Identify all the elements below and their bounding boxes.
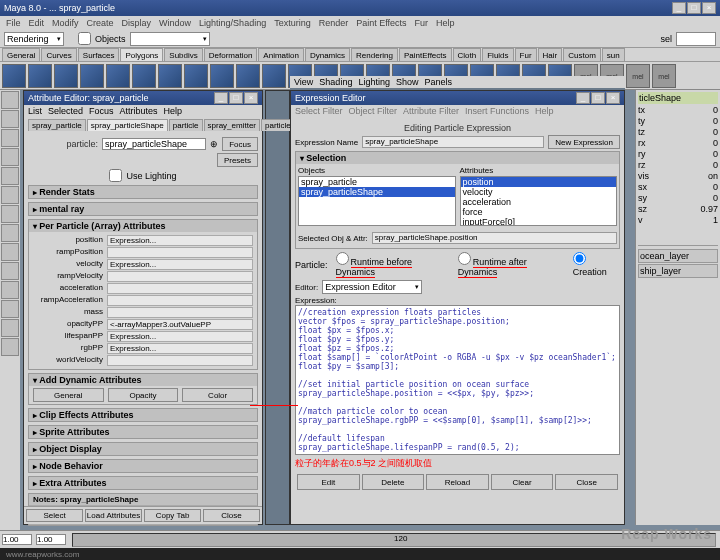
list-item[interactable]: velocity [461, 187, 617, 197]
particle-name-field[interactable]: spray_particleShape [102, 138, 206, 150]
ae-menu-list[interactable]: List [28, 106, 42, 116]
tool-button[interactable] [1, 91, 19, 109]
sel-obj-field[interactable]: spray_particleShape.position [372, 232, 617, 244]
section-extra-attrs[interactable]: ▸ Extra Attributes [29, 477, 257, 489]
section-clip-fx[interactable]: ▸ Clip Effects Attributes [29, 409, 257, 421]
channel-row[interactable]: ty0 [638, 116, 718, 126]
shelf-mel-icon[interactable]: mel [626, 64, 650, 88]
objects-list[interactable]: spray_particlespray_particleShape [298, 176, 456, 226]
pp-rampVelocity-field[interactable] [107, 271, 253, 282]
shelf-tab-surfaces[interactable]: Surfaces [78, 48, 120, 61]
shelf-tab-hair[interactable]: Hair [538, 48, 563, 61]
pp-rgbPP-field[interactable]: Expression... [107, 343, 253, 354]
shelf-icon[interactable] [54, 64, 78, 88]
ae-tab[interactable]: particle [169, 119, 203, 131]
vp-menu-lighting[interactable]: Lighting [358, 77, 390, 87]
channel-box[interactable]: ticleShape tx0ty0tz0rx0ry0rz0visonsx0sy0… [635, 90, 720, 525]
menu-render[interactable]: Render [319, 18, 349, 28]
ae-menu-help[interactable]: Help [164, 106, 183, 116]
shelf-tabs[interactable]: GeneralCurvesSurfacesPolygonsSubdivsDefo… [0, 48, 720, 62]
menu-help[interactable]: Help [436, 18, 455, 28]
objects-checkbox[interactable] [78, 32, 91, 45]
toolbox[interactable] [0, 90, 20, 530]
ee-close-button[interactable]: Close [555, 474, 618, 490]
shelf-tab-general[interactable]: General [2, 48, 40, 61]
pp-rampAcceleration-field[interactable] [107, 295, 253, 306]
tool-button[interactable] [1, 281, 19, 299]
channel-row[interactable]: tz0 [638, 127, 718, 137]
radio-runtime-before-dynamics[interactable]: Runtime before Dynamics [336, 252, 450, 277]
channel-row[interactable]: rz0 [638, 160, 718, 170]
pp-mass-field[interactable] [107, 307, 253, 318]
sel-field[interactable] [676, 32, 716, 46]
list-item[interactable]: position [461, 177, 617, 187]
section-object-display[interactable]: ▸ Object Display [29, 443, 257, 455]
vp-menu-view[interactable]: View [294, 77, 313, 87]
ae-tab[interactable]: spray_particle [28, 119, 86, 131]
focus-button[interactable]: Focus [222, 137, 258, 151]
ae-load-attributes-button[interactable]: Load Attributes [85, 509, 142, 522]
ee-max-button[interactable]: □ [591, 92, 605, 104]
list-item[interactable]: spray_particleShape [299, 187, 455, 197]
shelf-tab-fur[interactable]: Fur [515, 48, 537, 61]
tool-button[interactable] [1, 319, 19, 337]
ae-tabs[interactable]: spray_particlespray_particleShapeparticl… [24, 117, 262, 131]
ae-menu-focus[interactable]: Focus [89, 106, 114, 116]
list-item[interactable]: acceleration [461, 197, 617, 207]
editor-dropdown[interactable]: Expression Editor [322, 280, 422, 294]
shelf-tab-dynamics[interactable]: Dynamics [305, 48, 350, 61]
ee-clear-button[interactable]: Clear [491, 474, 554, 490]
expression-textarea[interactable]: //creation expression floats particles v… [295, 305, 620, 455]
add-dyn-general-button[interactable]: General [33, 388, 104, 402]
ae-max-button[interactable]: □ [229, 92, 243, 104]
vp-menu-panels[interactable]: Panels [424, 77, 452, 87]
main-menubar[interactable]: FileEditModifyCreateDisplayWindowLightin… [0, 16, 720, 30]
menu-display[interactable]: Display [122, 18, 152, 28]
menu-create[interactable]: Create [87, 18, 114, 28]
list-item[interactable]: inputForce[0] [461, 217, 617, 226]
section-add-dynamic[interactable]: ▾ Add Dynamic Attributes [29, 374, 257, 386]
radio-creation[interactable]: Creation [573, 252, 620, 277]
menu-texturing[interactable]: Texturing [274, 18, 311, 28]
vp-menu-shading[interactable]: Shading [319, 77, 352, 87]
add-dyn-opacity-button[interactable]: Opacity [108, 388, 179, 402]
shelf-tab-fluids[interactable]: Fluids [482, 48, 513, 61]
channel-row[interactable]: sy0 [638, 193, 718, 203]
ae-copy-tab-button[interactable]: Copy Tab [144, 509, 201, 522]
tool-button[interactable] [1, 338, 19, 356]
objects-dropdown[interactable] [130, 32, 210, 46]
shelf-icon[interactable] [158, 64, 182, 88]
menu-paint effects[interactable]: Paint Effects [356, 18, 406, 28]
ae-min-button[interactable]: _ [214, 92, 228, 104]
ae-close-button[interactable]: Close [203, 509, 260, 522]
use-lighting-checkbox[interactable] [109, 169, 122, 182]
channel-row[interactable]: v1 [638, 215, 718, 225]
tool-button[interactable] [1, 148, 19, 166]
channel-row[interactable]: ry0 [638, 149, 718, 159]
tool-button[interactable] [1, 129, 19, 147]
shelf-icon[interactable] [80, 64, 104, 88]
ae-tab[interactable]: spray_particleShape [87, 119, 168, 131]
ee-menubar[interactable]: Select FilterObject FilterAttribute Filt… [291, 105, 624, 117]
ee-edit-button[interactable]: Edit [297, 474, 360, 490]
pp-opacityPP-field[interactable]: <-arrayMapper3.outValuePP [107, 319, 253, 330]
shelf-icon[interactable] [2, 64, 26, 88]
ee-menu[interactable]: Help [535, 106, 554, 116]
tool-button[interactable] [1, 262, 19, 280]
attributes-list[interactable]: positionvelocityaccelerationforceinputFo… [460, 176, 618, 226]
channel-row[interactable]: sz0.97 [638, 204, 718, 214]
tool-button[interactable] [1, 224, 19, 242]
shelf-tab-sun[interactable]: sun [602, 48, 625, 61]
tool-button[interactable] [1, 110, 19, 128]
layer-item[interactable]: ship_layer [638, 264, 718, 278]
go-icon[interactable]: ⊕ [210, 139, 218, 149]
range-start-field[interactable] [2, 534, 32, 545]
channel-row[interactable]: vison [638, 171, 718, 181]
ae-menubar[interactable]: ListSelectedFocusAttributesHelp [24, 105, 262, 117]
add-dyn-color-button[interactable]: Color [182, 388, 253, 402]
list-item[interactable]: spray_particle [299, 177, 455, 187]
ae-menu-attributes[interactable]: Attributes [120, 106, 158, 116]
ee-delete-button[interactable]: Delete [362, 474, 425, 490]
vp-menu-show[interactable]: Show [396, 77, 419, 87]
pp-acceleration-field[interactable] [107, 283, 253, 294]
